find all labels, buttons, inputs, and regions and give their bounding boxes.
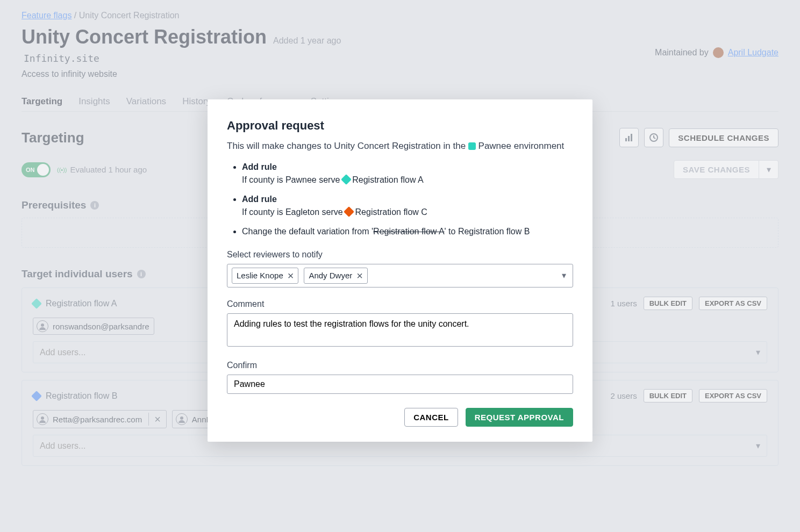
remove-reviewer-button[interactable]: × [288, 270, 294, 281]
comment-textarea[interactable] [227, 313, 573, 347]
reviewers-label: Select reviewers to notify [227, 250, 573, 260]
change-item: Change the default variation from 'Regis… [242, 225, 573, 238]
cancel-button[interactable]: CANCEL [404, 408, 458, 427]
change-item: Add rule If county is Pawnee serve Regis… [242, 161, 573, 186]
confirm-input[interactable] [227, 375, 573, 394]
reviewer-tag: Andy Dwyer × [304, 268, 368, 284]
approval-request-modal: Approval request This will make changes … [208, 99, 592, 442]
environment-icon [468, 142, 476, 150]
confirm-label: Confirm [227, 361, 573, 370]
request-approval-button[interactable]: REQUEST APPROVAL [466, 408, 573, 427]
reviewer-tag: Leslie Knope × [232, 268, 298, 284]
modal-lead: This will make changes to Unity Concert … [227, 139, 573, 153]
modal-title: Approval request [227, 119, 573, 133]
chevron-down-icon: ▾ [562, 270, 566, 281]
reviewers-select[interactable]: Leslie Knope × Andy Dwyer × ▾ [227, 264, 573, 287]
modal-overlay: Approval request This will make changes … [0, 0, 800, 532]
comment-label: Comment [227, 299, 573, 309]
change-item: Add rule If county is Eagleton serve Reg… [242, 193, 573, 219]
remove-reviewer-button[interactable]: × [356, 270, 363, 281]
variation-color-icon [344, 206, 354, 217]
change-list: Add rule If county is Pawnee serve Regis… [227, 161, 573, 238]
